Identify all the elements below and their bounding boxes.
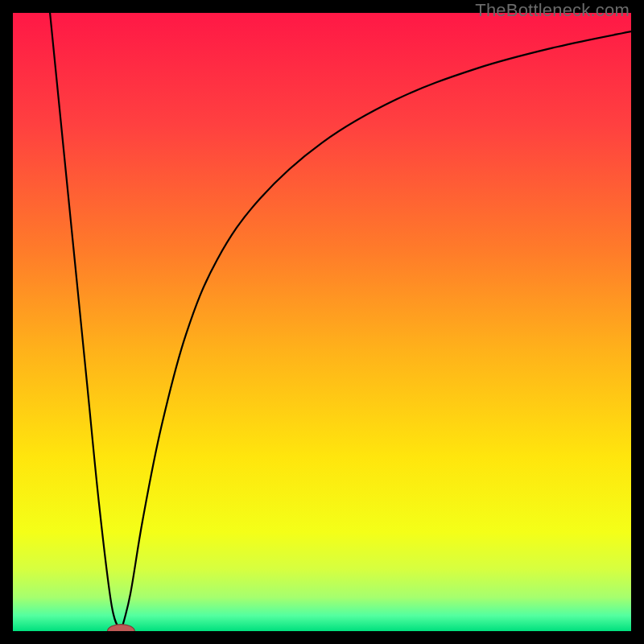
watermark-text: TheBottleneck.com — [475, 0, 630, 21]
gradient-background — [13, 13, 631, 631]
chart-frame — [13, 13, 631, 631]
bottleneck-plot — [13, 13, 631, 631]
